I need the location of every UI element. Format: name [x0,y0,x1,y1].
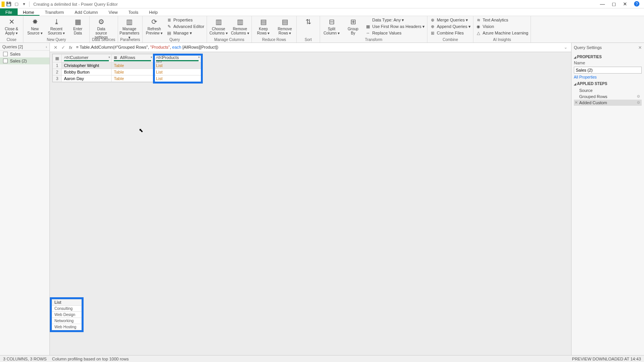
ribbon-icon: ✎ [166,24,172,29]
ribbon-button[interactable]: ⤓RecentSources ▾ [47,17,66,35]
query-name-input[interactable] [574,67,642,74]
cell[interactable]: Table [112,75,154,82]
gear-icon[interactable]: ⚙ [637,100,640,105]
ribbon-group-label: Data Sources [92,38,115,43]
tab-file[interactable]: File [0,8,18,16]
ribbon-button[interactable]: ◉Vision [476,23,528,29]
cell[interactable]: Aaron Day [62,75,112,82]
applied-step[interactable]: Grouped Rows⚙ [574,93,642,100]
data-grid[interactable]: ▦ABCCustomer▾▦AllRows▾ABC 123Products▾1C… [52,54,202,82]
ribbon-button[interactable]: ≋Text Analytics [476,17,528,23]
ribbon-icon: ⊞ [348,17,358,27]
redo-icon[interactable]: ▾ [21,2,27,7]
ribbon-group-combine: ⊕Merge Queries ▾⊕Append Queries ▾⊞Combin… [427,16,473,43]
table-row[interactable]: 2Bobby BurtonTableList [53,69,201,75]
status-columns-rows: 3 COLUMNS, 3 ROWS [3,357,47,361]
ribbon-button[interactable]: ⊞Combine Files [430,30,471,36]
query-item[interactable]: Sales [0,51,49,57]
tab-home[interactable]: Home [18,8,39,16]
ribbon-button[interactable]: ▤RemoveRows ▾ [276,17,294,35]
query-settings-header: Query Settings ✕ [574,44,642,52]
preview-header: List [52,300,82,306]
formula-expand-icon[interactable]: ⌄ [564,45,567,50]
cell[interactable]: Christopher Wright [62,62,112,69]
applied-step[interactable]: ✕Added Custom⚙ [574,100,642,106]
queries-pane: Queries [2] ‹ SalesSales (2) [0,43,50,355]
ribbon-button[interactable]: ✎Advanced Editor [166,23,204,29]
ribbon-button[interactable]: ▤Manage ▾ [166,30,204,36]
ribbon-button[interactable]: ▦Use First Row as Headers ▾ [365,23,425,29]
query-settings-pane: Query Settings ✕ PROPERTIES Name All Pro… [571,43,644,355]
ribbon-button[interactable]: ≣Properties [166,17,204,23]
delete-step-icon[interactable]: ✕ [575,100,578,105]
corner-cell[interactable]: ▦ [53,54,62,62]
ribbon-button[interactable]: ▥RemoveColumns ▾ [231,17,249,35]
tab-help[interactable]: Help [144,8,163,16]
column-header[interactable]: ABC 123Products▾ [154,54,201,62]
ribbon-button[interactable]: ⇅ [299,17,317,27]
save-icon[interactable]: 💾 [6,2,12,7]
ribbon-button[interactable]: ▥ChooseColumns ▾ [209,17,228,35]
applied-step[interactable]: Source [574,87,642,93]
maximize-button[interactable]: ◻ [612,1,616,7]
ribbon-icon: ▤ [280,17,290,27]
ribbon-icon: ▤ [166,30,172,36]
filter-icon[interactable]: ▾ [198,56,200,59]
cancel-icon[interactable]: ✕ [54,45,58,50]
cell[interactable]: Bobby Burton [62,69,112,75]
ribbon-button[interactable]: ⟳RefreshPreview ▾ [145,17,163,35]
ribbon-button[interactable]: ⊕Merge Queries ▾ [430,17,471,23]
tab-transform[interactable]: Transform [39,8,69,16]
gear-icon[interactable]: ⚙ [637,94,640,98]
ribbon-icon: ≋ [476,17,481,23]
tab-add-column[interactable]: Add Column [69,8,104,16]
tab-view[interactable]: View [103,8,123,16]
all-properties-link[interactable]: All Properties [574,75,596,79]
type-icon: ▦ [114,56,118,60]
collapse-icon[interactable]: ‹ [46,44,47,49]
ribbon-button[interactable]: ⊞GroupBy [344,17,362,35]
cell[interactable]: List [154,75,201,82]
ribbon-group-transform: ⊟SplitColumn ▾⊞GroupByData Type: Any ▾▦U… [320,16,427,43]
ribbon-button[interactable]: Data Type: Any ▾ [365,17,425,23]
tab-tools[interactable]: Tools [123,8,144,16]
filter-icon[interactable]: ▾ [108,56,110,59]
help-button[interactable]: ? [634,1,639,7]
undo-icon[interactable]: ▢ [14,2,19,7]
ribbon-button[interactable]: ✸NewSource ▾ [26,17,44,35]
table-row[interactable]: 3Aaron DayTableList [53,75,201,82]
ribbon-button[interactable]: ▦EnterData [69,17,87,35]
ribbon-button[interactable]: △Azure Machine Learning [476,30,528,36]
formula-input[interactable]: = Table.AddColumn(#"Grouped Rows", "Prod… [76,45,560,50]
close-icon[interactable]: ✕ [638,45,642,50]
cell[interactable]: List [154,69,201,75]
ribbon-button[interactable]: ✕Close &Apply ▾ [2,17,21,35]
queries-header: Queries [2] ‹ [0,43,49,51]
ribbon-button[interactable]: ⊕Append Queries ▾ [430,23,471,29]
column-header[interactable]: ABCCustomer▾ [62,54,112,62]
filter-icon[interactable]: ▾ [151,56,152,59]
close-button[interactable]: ✕ [623,1,627,7]
cell[interactable]: List [154,62,201,69]
accept-icon[interactable]: ✓ [61,45,65,50]
ribbon-icon: ◉ [476,24,481,29]
ribbon-icon: ⚙ [96,17,106,27]
ribbon-icon: ≣ [166,17,172,23]
ribbon-icon: ▥ [235,17,245,27]
ribbon-group-close: ✕Close &Apply ▾Close [0,16,23,43]
ribbon-button[interactable]: ▥ManageParameters ▾ [120,17,139,39]
ribbon-button[interactable]: ⊟SplitColumn ▾ [322,17,341,35]
ribbon-button[interactable]: ↔Replace Values [365,30,425,36]
preview-cell: Web Hosting [52,324,82,330]
ribbon-group-label: New Query [26,38,87,43]
ribbon-button[interactable]: ▤KeepRows ▾ [254,17,273,35]
table-row[interactable]: 1Christopher WrightTableList [53,62,201,69]
query-item[interactable]: Sales (2) [0,57,49,64]
column-header[interactable]: ▦AllRows▾ [112,54,154,62]
minimize-button[interactable]: — [600,1,605,7]
ribbon-button[interactable]: ⚙Data sourcesettings [92,17,110,39]
ribbon-icon: ▦ [365,24,371,29]
ribbon-group-reduce-rows: ▤KeepRows ▾▤RemoveRows ▾Reduce Rows [252,16,297,43]
cell[interactable]: Table [112,62,154,69]
cell[interactable]: Table [112,69,154,75]
